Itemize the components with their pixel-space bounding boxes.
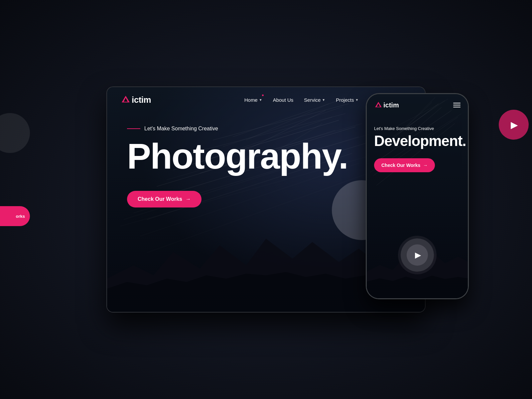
desktop-tagline: Let's Make Something Creative: [144, 126, 218, 132]
hamburger-line-1: [453, 103, 461, 103]
hamburger-menu[interactable]: [453, 103, 461, 107]
desktop-hero-title: Photography.: [127, 138, 405, 174]
mobile-hero-title: Development.: [374, 134, 461, 148]
desktop-tagline-container: Let's Make Something Creative: [127, 126, 405, 132]
mobile-logo-icon: [374, 101, 383, 109]
mobile-cta-label: Check Our Works: [381, 163, 420, 168]
mobile-logo-text: ictim: [383, 101, 399, 109]
nav-link-projects[interactable]: Projects ▼: [336, 97, 358, 103]
bg-play-button-right: ▶: [499, 110, 529, 140]
logo-icon: [120, 94, 131, 105]
desktop-cta-arrow: →: [186, 196, 191, 202]
nav-link-home[interactable]: Home ▼: [244, 97, 262, 103]
play-icon: ▶: [415, 250, 421, 260]
play-button-inner: ▶: [407, 244, 428, 266]
mobile-navbar: ictim: [367, 94, 468, 116]
play-button-outer[interactable]: ▶: [401, 238, 434, 272]
mobile-cta-button[interactable]: Check Our Works →: [374, 158, 435, 172]
nav-link-service[interactable]: Service ▼: [304, 97, 325, 103]
mobile-hero: Let's Make Something Creative Developmen…: [367, 116, 468, 182]
desktop-cta-button[interactable]: Check Our Works →: [127, 191, 201, 207]
mobile-cta-arrow: →: [423, 163, 428, 168]
desktop-logo[interactable]: ictim: [120, 94, 151, 105]
tagline-line: [127, 128, 140, 129]
scene-container: ictim Home ▼ About Us Service ▼ Projects: [106, 86, 426, 313]
hamburger-line-2: [453, 105, 461, 105]
mobile-play-area: ▶: [401, 238, 434, 272]
hamburger-line-3: [453, 107, 461, 107]
desktop-logo-text: ictim: [132, 95, 151, 105]
nav-active-dot: [262, 94, 264, 96]
mobile-logo[interactable]: ictim: [374, 101, 399, 109]
mobile-tagline: Let's Make Something Creative: [374, 126, 461, 131]
mobile-mockup: ictim Let's Make Something Creative Deve…: [366, 93, 469, 299]
desktop-cta-label: Check Our Works: [138, 196, 182, 202]
nav-link-about[interactable]: About Us: [273, 97, 294, 103]
bg-button-partial-left: orks: [0, 206, 30, 226]
